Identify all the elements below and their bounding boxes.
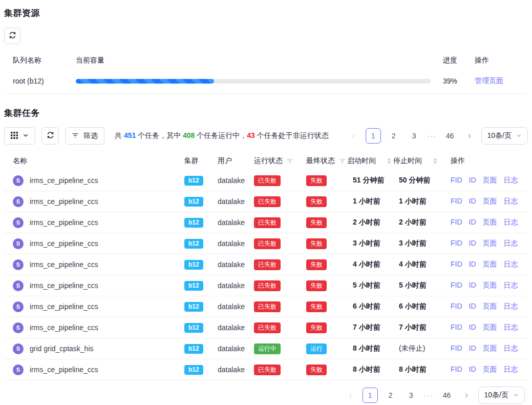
page-link[interactable]: 页面: [483, 176, 497, 185]
page-button-1[interactable]: 1: [366, 128, 381, 144]
id-link[interactable]: ID: [469, 344, 476, 353]
log-link[interactable]: 日志: [504, 260, 518, 269]
page-size-select[interactable]: 10条/页: [478, 387, 525, 404]
next-page-button[interactable]: [463, 128, 476, 144]
resource-row: root (b12) 39% 管理页面: [4, 69, 528, 94]
start-time: 2 小时前: [347, 218, 393, 227]
filter-funnel-icon[interactable]: [287, 158, 293, 165]
fid-link[interactable]: FID: [451, 281, 462, 290]
id-link[interactable]: ID: [469, 239, 476, 248]
page-link[interactable]: 页面: [483, 302, 497, 311]
id-link[interactable]: ID: [469, 197, 476, 206]
stop-time: 1 小时前: [393, 197, 451, 206]
id-link[interactable]: ID: [469, 302, 476, 311]
page-button-2[interactable]: 2: [386, 128, 401, 144]
page-button-last[interactable]: 46: [439, 388, 455, 403]
run-status-badge: 已失败: [254, 196, 281, 207]
log-link[interactable]: 日志: [504, 281, 518, 290]
fid-link[interactable]: FID: [451, 323, 462, 332]
start-time: 3 小时前: [347, 239, 393, 248]
prev-page-button[interactable]: [344, 388, 357, 403]
page-link[interactable]: 页面: [483, 239, 497, 248]
user-name: datalake: [218, 239, 254, 248]
fid-link[interactable]: FID: [451, 344, 462, 353]
avatar: S: [13, 280, 24, 291]
table-row: Sirms_ce_pipeline_ccs b12 datalake 已失败 失…: [4, 212, 528, 233]
page-link[interactable]: 页面: [483, 260, 497, 269]
avatar: S: [13, 196, 24, 207]
page-link[interactable]: 页面: [483, 344, 497, 353]
id-link[interactable]: ID: [469, 260, 476, 269]
stop-time: (未停止): [393, 344, 451, 353]
avatar: S: [13, 343, 24, 354]
log-link[interactable]: 日志: [504, 323, 518, 332]
avatar: S: [13, 238, 24, 249]
run-status-badge: 已失败: [254, 217, 281, 228]
cluster-badge: b12: [184, 281, 203, 291]
log-link[interactable]: 日志: [504, 197, 518, 206]
log-link[interactable]: 日志: [504, 176, 518, 185]
resources-refresh-button[interactable]: [4, 28, 20, 44]
id-link[interactable]: ID: [469, 365, 476, 374]
page-button-2[interactable]: 2: [383, 388, 398, 403]
page-size-select[interactable]: 10条/页: [481, 127, 528, 145]
user-name: datalake: [218, 176, 254, 185]
id-link[interactable]: ID: [469, 323, 476, 332]
next-page-button[interactable]: [460, 388, 473, 403]
run-status-badge: 已失败: [254, 322, 281, 333]
header-stop-time-label: 停止时间: [393, 156, 422, 166]
run-status-badge: 已失败: [254, 364, 281, 375]
log-link[interactable]: 日志: [504, 302, 518, 311]
fid-link[interactable]: FID: [451, 302, 462, 311]
progress-bar: [76, 79, 431, 84]
page-button-last[interactable]: 46: [442, 128, 458, 144]
page-link[interactable]: 页面: [483, 365, 497, 374]
fid-link[interactable]: FID: [451, 176, 462, 185]
page-link[interactable]: 页面: [483, 323, 497, 332]
page-button-1[interactable]: 1: [363, 388, 378, 403]
page-ellipsis[interactable]: ···: [427, 132, 437, 140]
header-final-status-label: 最终状态: [306, 156, 335, 166]
fid-link[interactable]: FID: [451, 260, 462, 269]
page-button-3[interactable]: 3: [403, 388, 419, 403]
page-button-3[interactable]: 3: [407, 128, 422, 144]
log-link[interactable]: 日志: [504, 218, 518, 227]
log-link[interactable]: 日志: [504, 239, 518, 248]
fid-link[interactable]: FID: [451, 365, 462, 374]
header-action: 操作: [475, 56, 520, 65]
run-status-badge: 已失败: [254, 301, 281, 312]
final-status-badge: 运行: [306, 343, 327, 354]
header-name: 名称: [13, 156, 184, 166]
sorter-icon[interactable]: [387, 158, 391, 164]
fid-link[interactable]: FID: [451, 197, 462, 206]
page-link[interactable]: 页面: [483, 218, 497, 227]
log-link[interactable]: 日志: [504, 365, 518, 374]
cluster-badge: b12: [184, 197, 203, 207]
header-queue-name: 队列名称: [13, 56, 76, 65]
page-ellipsis[interactable]: ···: [424, 391, 434, 399]
page-link[interactable]: 页面: [483, 197, 497, 206]
nonrunning-task-count: 43: [247, 131, 255, 139]
sorter-icon[interactable]: [433, 158, 437, 164]
tasks-refresh-button[interactable]: [41, 127, 59, 145]
progress-value: 39%: [443, 77, 475, 85]
column-settings-button[interactable]: [4, 127, 35, 145]
filter-funnel-icon[interactable]: [339, 158, 346, 165]
header-final-status: 最终状态: [306, 156, 347, 166]
id-link[interactable]: ID: [469, 218, 476, 227]
manage-page-link[interactable]: 管理页面: [475, 76, 503, 85]
prev-page-button[interactable]: [347, 128, 360, 144]
final-status-badge: 失败: [306, 301, 327, 312]
stop-time: 50 分钟前: [393, 176, 451, 185]
page-link[interactable]: 页面: [483, 281, 497, 290]
id-link[interactable]: ID: [469, 176, 476, 185]
filter-button[interactable]: 筛选: [65, 127, 104, 145]
refresh-icon: [47, 131, 54, 140]
fid-link[interactable]: FID: [451, 218, 462, 227]
user-name: datalake: [218, 366, 254, 374]
id-link[interactable]: ID: [469, 281, 476, 290]
run-status-badge: 已失败: [254, 280, 281, 291]
avatar: S: [13, 217, 24, 228]
log-link[interactable]: 日志: [504, 344, 518, 353]
fid-link[interactable]: FID: [451, 239, 462, 248]
